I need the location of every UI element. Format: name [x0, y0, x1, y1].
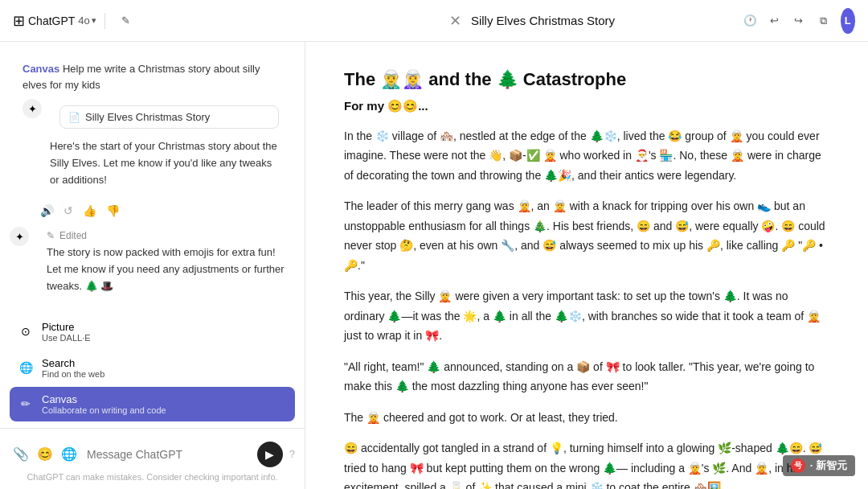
chevron-down-icon: ▾: [92, 15, 96, 26]
sidebar-top: Canvas Help me write a Christmas story a…: [0, 42, 305, 201]
tool-picture[interactable]: ⊙ Picture Use DALL·E: [10, 314, 295, 349]
tool-search[interactable]: 🌐 Search Find on the web: [10, 351, 295, 385]
history-button[interactable]: 🕐: [743, 8, 757, 34]
canvas-prompt-message: Canvas Help me write a Christmas story a…: [13, 55, 292, 99]
emoji-button[interactable]: 😊: [34, 443, 56, 465]
tool-search-name: Search: [42, 357, 287, 369]
ai-message-1-text: Here's the start of your Christmas story…: [50, 140, 277, 186]
story-paragraph: The leader of this merry gang was 🧝, an …: [344, 196, 829, 275]
model-badge[interactable]: 4o ▾: [78, 14, 96, 27]
tab-title-area: ✕ Silly Elves Christmas Story: [325, 10, 736, 31]
history-icon: 🕐: [743, 14, 757, 27]
input-icons: 📎 😊 🌐: [10, 443, 80, 465]
story-panel: The 🧝‍♂️🧝‍♀️ and the 🌲 Catastrophe For m…: [305, 42, 868, 489]
copy-icon: ⧉: [820, 14, 827, 27]
send-button[interactable]: ▶: [257, 442, 283, 467]
tool-canvas-name: Canvas: [42, 393, 287, 405]
tool-picture-info: Picture Use DALL·E: [42, 321, 287, 343]
edited-label-text: ✎ Edited: [47, 230, 285, 241]
picture-icon: ⊙: [18, 323, 34, 339]
copy-message-button[interactable]: ↺: [60, 201, 76, 220]
ai-avatar-2: ✦: [10, 227, 29, 246]
globe-button[interactable]: 🌐: [58, 443, 80, 465]
undo-button[interactable]: ↩: [767, 8, 781, 34]
edited-block: ✎ Edited The story is now packed with em…: [37, 227, 295, 301]
edit-icon-button[interactable]: ✎: [113, 8, 139, 34]
story-paragraph: In the ❄️ village of 🏘️, nestled at the …: [344, 126, 829, 186]
top-bar-right: 🕐 ↩ ↪ ⧉ L: [743, 8, 855, 34]
send-icon: ▶: [265, 448, 274, 461]
watermark-text: · 新智元: [810, 458, 847, 473]
tool-picture-name: Picture: [42, 321, 287, 333]
volume-button[interactable]: 🔊: [37, 201, 57, 220]
disclaimer-text: ChatGPT can make mistakes. Consider chec…: [10, 469, 295, 483]
tool-search-info: Search Find on the web: [42, 357, 287, 379]
story-title: The 🧝‍♂️🧝‍♀️ and the 🌲 Catastrophe: [344, 68, 829, 92]
story-subtitle: For my 😊😊...: [344, 99, 829, 113]
ai-logo-icon: ✦: [28, 103, 37, 115]
search-globe-icon: 🌐: [18, 360, 34, 376]
edit-pencil-icon: ✎: [47, 230, 55, 241]
thumbs-up-button[interactable]: 👍: [80, 201, 100, 220]
top-bar: ⊞ ChatGPT 4o ▾ ✎ ✕ Silly Elves Christmas…: [0, 0, 868, 42]
tool-search-desc: Find on the web: [42, 369, 287, 379]
thumbs-down-button[interactable]: 👎: [103, 201, 123, 220]
redo-icon: ↪: [794, 14, 803, 27]
story-paragraph: "All right, team!" 🌲 announced, standing…: [344, 357, 829, 397]
ai-logo-icon-2: ✦: [15, 231, 24, 243]
edit-icon: ✎: [121, 14, 130, 27]
story-paragraph: The 🧝 cheered and got to work. Or at lea…: [344, 408, 829, 428]
close-icon: ✕: [449, 13, 461, 29]
app-name: ChatGPT: [28, 14, 75, 27]
model-label: 4o: [78, 14, 89, 27]
undo-icon: ↩: [770, 14, 779, 27]
input-row: 📎 😊 🌐 ▶ ?: [10, 437, 295, 469]
close-tab-button[interactable]: ✕: [446, 10, 465, 31]
user-avatar[interactable]: L: [841, 8, 855, 34]
document-chip-label: Silly Elves Christmas Story: [85, 111, 210, 123]
tool-picture-desc: Use DALL·E: [42, 333, 287, 343]
main-content: Canvas Help me write a Christmas story a…: [0, 42, 868, 489]
chatgpt-logo-icon: ⊞: [13, 12, 25, 30]
story-body: In the ❄️ village of 🏘️, nestled at the …: [344, 126, 829, 489]
attach-button[interactable]: 📎: [10, 443, 32, 465]
tool-canvas[interactable]: ✏ Canvas Collaborate on writing and code: [10, 387, 295, 421]
copy-button[interactable]: ⧉: [816, 8, 830, 34]
story-paragraph: 😄 accidentally got tangled in a strand o…: [344, 438, 829, 489]
question-mark-label: ?: [289, 448, 295, 460]
story-paragraph: This year, the Silly 🧝 were given a very…: [344, 286, 829, 346]
tab-title: Silly Elves Christmas Story: [471, 14, 615, 27]
document-chip[interactable]: 📄 Silly Elves Christmas Story: [59, 105, 279, 129]
watermark-dot: 号: [791, 458, 805, 473]
ai-message-1: Here's the start of your Christmas story…: [50, 135, 289, 195]
divider: [104, 13, 105, 29]
edited-content-text: The story is now packed with emojis for …: [47, 244, 285, 294]
app-logo: ⊞ ChatGPT 4o ▾: [13, 12, 96, 30]
watermark: 号 · 新智元: [783, 455, 855, 476]
canvas-pencil-icon: ✏: [18, 396, 34, 412]
message-actions: 🔊 ↺ 👍 👎: [0, 201, 305, 227]
chat-input[interactable]: [87, 448, 251, 461]
document-icon: 📄: [68, 112, 80, 123]
canvas-link[interactable]: Canvas: [23, 63, 59, 75]
top-bar-left: ⊞ ChatGPT 4o ▾ ✎: [13, 8, 318, 34]
input-area: 📎 😊 🌐 ▶ ? ChatGPT can make mistakes. Con…: [0, 428, 305, 489]
tool-canvas-desc: Collaborate on writing and code: [42, 405, 287, 415]
sidebar: Canvas Help me write a Christmas story a…: [0, 42, 305, 489]
sidebar-tools: ⊙ Picture Use DALL·E 🌐 Search Find on th…: [0, 308, 305, 428]
redo-button[interactable]: ↪: [792, 8, 806, 34]
tool-canvas-info: Canvas Collaborate on writing and code: [42, 393, 287, 415]
avatar-letter: L: [845, 14, 851, 27]
ai-avatar: ✦: [23, 99, 42, 118]
